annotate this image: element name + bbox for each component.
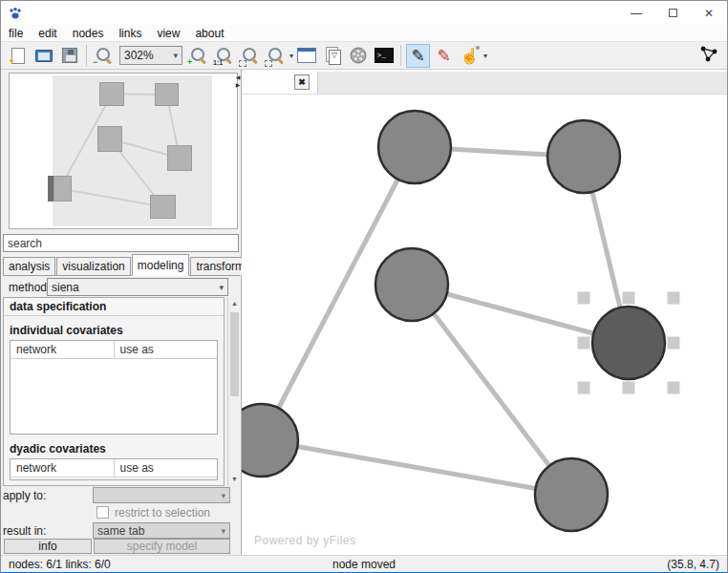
movie-reel-icon xyxy=(350,47,367,64)
graph-logo-icon xyxy=(698,44,719,65)
search-input[interactable] xyxy=(3,234,239,252)
close-tab-button[interactable]: ✖ xyxy=(294,74,310,90)
zoom-level-combobox[interactable]: 302%▾ xyxy=(119,46,182,65)
restrict-to-selection-checkbox[interactable] xyxy=(96,506,109,519)
scroll-down-arrow[interactable]: ▼ xyxy=(228,473,241,486)
tab-visualization[interactable]: visualization xyxy=(56,257,130,275)
menu-item-edit[interactable]: edit xyxy=(31,27,64,40)
overview-edge xyxy=(60,189,163,207)
console-button[interactable]: >_ xyxy=(372,44,396,68)
graph-node-C[interactable] xyxy=(375,248,448,321)
gesture-tool-button[interactable]: ☝ xyxy=(458,44,482,68)
graph-node-A[interactable] xyxy=(378,111,451,183)
gesture-dot xyxy=(476,46,480,50)
selection-handle[interactable] xyxy=(578,382,590,394)
save-button[interactable] xyxy=(57,44,81,68)
graph-node-F[interactable] xyxy=(535,458,608,531)
graph-edge-E-F[interactable] xyxy=(262,440,571,495)
zoom-out-button[interactable]: − xyxy=(92,44,116,68)
minimize-button[interactable]: — xyxy=(618,1,654,25)
column-header-network[interactable]: network xyxy=(11,459,114,477)
analysis-mode-button[interactable]: ✎ xyxy=(432,44,456,68)
method-combobox[interactable]: siena▾ xyxy=(47,278,228,296)
graph-node-E[interactable] xyxy=(242,404,298,477)
overview-panel xyxy=(9,73,238,229)
selection-handle[interactable] xyxy=(578,292,590,305)
tab-analysis[interactable]: analysis xyxy=(3,257,55,275)
zoom-in-button[interactable]: + xyxy=(186,44,210,68)
properties-button[interactable] xyxy=(294,44,318,68)
app-window: — ✕ file edit nodes links view about − 3… xyxy=(0,0,728,573)
open-folder-icon xyxy=(35,50,53,62)
graph-node-D-selected[interactable] xyxy=(592,307,665,379)
graph-edge-C-F[interactable] xyxy=(412,285,571,495)
apply-to-row: apply to: ▾ xyxy=(1,487,242,504)
menu-item-nodes[interactable]: nodes xyxy=(65,27,112,40)
zoom-level-value: 302% xyxy=(124,49,154,62)
column-header-use-as[interactable]: use as xyxy=(114,459,218,477)
chevron-down-icon: ▾ xyxy=(173,51,178,60)
menu-item-file[interactable]: file xyxy=(1,27,31,40)
selection-dash-badge xyxy=(239,60,246,67)
new-document-button[interactable] xyxy=(6,44,30,68)
restrict-row: restrict to selection xyxy=(1,505,242,520)
table-header-row: network use as xyxy=(11,459,217,478)
graph-logo-wrap xyxy=(698,44,719,68)
table-body-empty xyxy=(11,359,217,434)
info-button[interactable]: info xyxy=(4,539,92,554)
individual-covariates-table[interactable]: network use as xyxy=(10,340,218,435)
paw-icon xyxy=(8,6,23,21)
selection-handle[interactable] xyxy=(578,337,590,350)
selection-handle[interactable] xyxy=(668,382,680,394)
graph-canvas[interactable]: Powered by yFiles xyxy=(242,95,728,555)
selection-handle[interactable] xyxy=(668,337,680,350)
data-specification-section: data specification individual covariates… xyxy=(3,297,225,486)
status-bar: nodes: 6/1 links: 6/0 node moved (35.8, … xyxy=(1,555,727,572)
result-in-value: same tab xyxy=(97,524,144,538)
scrollbar-thumb[interactable] xyxy=(230,312,239,396)
menu-bar: file edit nodes links view about xyxy=(1,25,727,41)
edit-mode-button[interactable]: ✎ xyxy=(406,44,430,68)
zoom-out-badge: − xyxy=(93,58,97,67)
gesture-dropdown-arrow[interactable]: ▾ xyxy=(483,52,487,60)
maximize-button[interactable] xyxy=(654,1,691,25)
overview-canvas xyxy=(10,74,237,228)
close-button[interactable]: ✕ xyxy=(691,1,727,25)
zoom-actual-size-button[interactable]: 1:1 xyxy=(212,44,236,68)
fit-content-dropdown-arrow[interactable]: ▾ xyxy=(289,52,293,60)
overview-node-1 xyxy=(155,83,179,106)
document-tab[interactable] xyxy=(317,72,728,94)
status-message: node moved xyxy=(1,558,727,571)
menu-item-links[interactable]: links xyxy=(111,27,149,40)
title-bar: — ✕ xyxy=(1,1,727,25)
menu-item-view[interactable]: view xyxy=(149,27,187,40)
specify-model-button[interactable]: specify model xyxy=(94,539,230,554)
menu-item-about[interactable]: about xyxy=(187,27,231,40)
console-icon: >_ xyxy=(375,48,394,63)
sidebar-scrollbar[interactable]: ▲ ▼ xyxy=(227,297,240,486)
column-header-network[interactable]: network xyxy=(11,341,114,358)
tab-modeling[interactable]: modeling xyxy=(132,254,190,276)
selection-handle[interactable] xyxy=(668,292,680,305)
movie-export-button[interactable] xyxy=(346,44,370,68)
properties-icon xyxy=(297,48,316,63)
graph-node-B[interactable] xyxy=(547,120,620,193)
apply-to-combobox[interactable]: ▾ xyxy=(93,487,230,503)
chevron-down-icon: ▾ xyxy=(221,526,225,536)
selection-handle[interactable] xyxy=(623,292,635,305)
save-floppy-icon xyxy=(62,48,77,63)
copy-view-button[interactable] xyxy=(320,44,344,68)
zoom-to-selection-button[interactable] xyxy=(238,44,262,68)
method-row: method siena▾ xyxy=(1,278,242,297)
column-header-use-as[interactable]: use as xyxy=(114,341,218,358)
result-in-combobox[interactable]: same tab▾ xyxy=(93,522,230,539)
data-specification-header[interactable]: data specification xyxy=(4,298,224,316)
overview-node-0 xyxy=(99,82,124,106)
dyadic-covariates-table[interactable]: network use as xyxy=(10,458,218,480)
selection-handle[interactable] xyxy=(623,382,635,394)
panel-collapse-arrows[interactable]: ◀▶ xyxy=(235,74,241,89)
individual-covariates-title: individual covariates xyxy=(4,316,224,340)
fit-content-button[interactable] xyxy=(264,44,288,68)
scroll-up-arrow[interactable]: ▲ xyxy=(228,297,241,310)
open-file-button[interactable] xyxy=(32,44,55,68)
